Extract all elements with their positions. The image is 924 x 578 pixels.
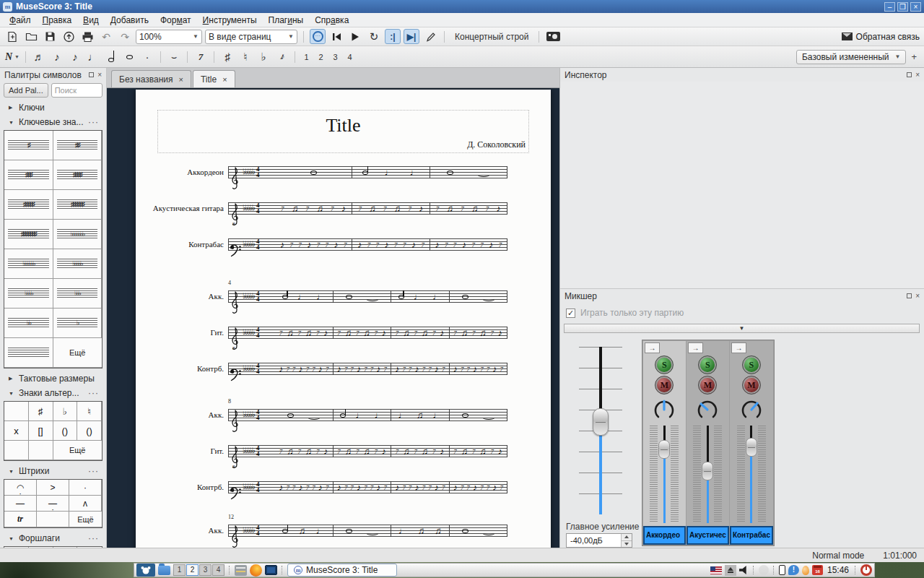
note-eighth[interactable]: ♪: [336, 483, 341, 492]
play-repeats-toggle[interactable]: :|: [385, 29, 401, 44]
workspace-3[interactable]: 3: [199, 564, 212, 576]
play-part-only-checkbox[interactable]: ✓: [566, 309, 575, 318]
note-beamed-pair[interactable]: ♫: [292, 204, 299, 213]
articulation-cell[interactable]: ·: [69, 480, 102, 496]
measure[interactable]: [450, 409, 508, 421]
measure[interactable]: 7♫7♫7♪: [275, 445, 334, 457]
note-eighth[interactable]: ♪: [440, 328, 445, 337]
note-eighth[interactable]: ♪: [376, 483, 381, 492]
note-eighth[interactable]: ♪: [334, 240, 339, 249]
key-signature[interactable]: ♭♭♭♭♭: [243, 203, 254, 212]
measure[interactable]: ♩♩: [275, 290, 334, 303]
measure[interactable]: ♪77♪77♪7: [334, 363, 392, 375]
keysig-cell[interactable]: ♭: [53, 309, 103, 338]
menu-вид[interactable]: Вид: [78, 14, 104, 27]
measure[interactable]: ♩♫♩: [391, 409, 450, 421]
note-half[interactable]: [282, 529, 288, 533]
close-panel-icon[interactable]: ×: [915, 72, 920, 78]
keysig-cell[interactable]: ♯♯♯: [4, 160, 53, 190]
note-whole[interactable]: [346, 295, 352, 299]
note-eighth[interactable]: ♪: [298, 483, 303, 492]
spin-down-button[interactable]: [622, 541, 632, 548]
eighth-rest[interactable]: 7: [500, 366, 504, 373]
measure[interactable]: ♫♩: [275, 525, 334, 537]
key-signature[interactable]: ♭♭♭♭♭: [243, 167, 254, 176]
accidental-cell[interactable]: (): [53, 421, 78, 441]
half-note-button[interactable]: [103, 49, 119, 64]
note-eighth[interactable]: ♪: [473, 483, 478, 492]
eighth-rest[interactable]: 7: [428, 484, 432, 491]
maximize-button[interactable]: ❒: [897, 2, 908, 12]
staff[interactable]: 8♭♭♭♭♭447♫7♫7♪7♫7♫7♪7♫7♫7♪: [228, 202, 507, 215]
palette-search-input[interactable]: Поиск: [51, 83, 103, 98]
measure[interactable]: 7♫7♫7♪: [391, 445, 450, 457]
eighth-rest[interactable]: 7: [480, 484, 484, 491]
play-button[interactable]: [347, 29, 363, 44]
fader-handle[interactable]: [702, 462, 713, 480]
notification-tray-icon[interactable]: !: [788, 565, 799, 575]
eighth-rest[interactable]: 7: [289, 241, 293, 249]
eighth-rest[interactable]: 7: [279, 448, 283, 455]
eject-tray-icon[interactable]: [725, 565, 736, 576]
sixteenth-note-button[interactable]: ♬: [31, 49, 47, 64]
eighth-rest[interactable]: 7: [442, 366, 445, 373]
keysig-cell[interactable]: ♯: [4, 131, 53, 160]
articulation-cell[interactable]: —: [37, 496, 69, 512]
midi-input-toggle[interactable]: [310, 29, 326, 44]
note-half[interactable]: [282, 295, 288, 299]
eighth-rest[interactable]: 7: [344, 241, 347, 249]
eighth-rest[interactable]: 7: [428, 366, 432, 373]
eighth-rest[interactable]: 7: [350, 484, 354, 491]
edit-element-button[interactable]: [422, 29, 438, 44]
note-eighth[interactable]: ♪: [440, 447, 445, 456]
note-quarter[interactable]: ♩: [432, 292, 442, 301]
device-tray-icon[interactable]: [779, 565, 785, 575]
note-eighth[interactable]: ♪: [395, 483, 400, 492]
measure[interactable]: 7♫7♫7♪: [430, 202, 507, 215]
measure[interactable]: ♪77♪77♪7: [275, 363, 334, 375]
more-cell[interactable]: Ещё: [53, 441, 103, 460]
measure[interactable]: ♩♩: [352, 166, 430, 178]
eighth-rest[interactable]: 7: [292, 366, 296, 373]
concert-pitch-button[interactable]: Концертный строй: [450, 29, 533, 44]
eighth-rest[interactable]: 7: [499, 241, 502, 249]
articulation-cell[interactable]: tr: [4, 512, 37, 527]
eighth-rest[interactable]: 7: [286, 484, 289, 491]
staff[interactable]: ♭♭♭♭♭44♩♩♩♫♩: [228, 409, 507, 421]
eighth-rest[interactable]: 7: [306, 366, 310, 373]
note-beamed-pair[interactable]: ♫: [461, 328, 468, 337]
close-panel-icon[interactable]: ×: [915, 293, 920, 299]
feedback-button[interactable]: Обратная связь: [842, 32, 920, 42]
eighth-rest[interactable]: 7: [350, 366, 354, 373]
articulation-cell[interactable]: ◠: [4, 480, 37, 496]
augmentation-dot-button[interactable]: ·: [139, 49, 155, 64]
channel-fader[interactable]: [692, 424, 723, 525]
measure[interactable]: [430, 166, 507, 178]
eighth-rest[interactable]: 7: [422, 484, 426, 491]
eighth-rest[interactable]: 7: [453, 448, 457, 455]
save-button[interactable]: [42, 29, 58, 44]
staff[interactable]: ♭♭♭♭♭44♪77♪77♪7♪77♪77♪7♪77♪77♪7♪77♪77♪7: [228, 363, 507, 375]
eighth-rest[interactable]: 7: [453, 241, 457, 249]
eighth-rest[interactable]: 7: [466, 484, 470, 491]
note-beamed-pair[interactable]: ♫: [461, 447, 468, 456]
note-beamed-pair[interactable]: ♫: [363, 328, 370, 337]
eighth-rest[interactable]: 7: [461, 205, 464, 212]
note-beamed-pair[interactable]: ♫: [479, 328, 487, 337]
eighth-rest[interactable]: 7: [487, 484, 490, 491]
mute-button[interactable]: M: [698, 376, 717, 394]
strip-name-label[interactable]: Контрабас: [730, 526, 773, 545]
musescore-task-button[interactable]: m MuseScore 3: Title: [287, 564, 397, 577]
note-eighth[interactable]: ♪: [357, 483, 362, 492]
instrument-label[interactable]: Гит.: [107, 447, 224, 455]
workspace-4[interactable]: 4: [212, 564, 225, 576]
menu-инструменты[interactable]: Инструменты: [198, 14, 262, 27]
time-signature[interactable]: 44: [256, 290, 260, 302]
note-half[interactable]: [340, 413, 346, 418]
note-eighth[interactable]: ♪: [453, 483, 458, 492]
eighth-rest[interactable]: 7: [396, 448, 399, 455]
eighth-rest[interactable]: 7: [374, 329, 378, 337]
close-tab-icon[interactable]: ×: [222, 75, 227, 84]
measure[interactable]: [450, 290, 508, 303]
note-whole[interactable]: [462, 295, 468, 299]
